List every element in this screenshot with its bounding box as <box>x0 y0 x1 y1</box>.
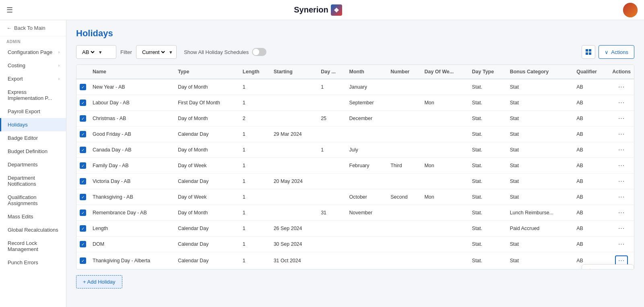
row-checkbox[interactable]: ✓ <box>80 84 86 90</box>
avatar[interactable] <box>623 3 638 17</box>
sidebar-item-department-notifications[interactable]: Department Notifications <box>0 171 66 191</box>
row-checkbox[interactable]: ✓ <box>80 225 86 232</box>
cell-type: Day of Month <box>175 142 239 158</box>
row-actions-button[interactable]: ··· <box>616 208 627 217</box>
row-checkbox[interactable]: ✓ <box>80 100 86 106</box>
table-row: ✓Thankgiving Day - AlbertaCalendar Day13… <box>76 252 634 270</box>
sidebar-item-qualification-assignments[interactable]: Qualification Assignments <box>0 191 66 210</box>
sidebar-item-record-lock-management[interactable]: Record Lock Management <box>0 236 66 256</box>
holidays-table-container: Name Type Length Starting Day ... Month … <box>76 64 634 270</box>
cell-month <box>346 127 388 142</box>
cell-name: Thankgiving Day - Alberta <box>89 252 175 270</box>
cell-name: Thanksgiving - AB <box>89 189 175 205</box>
cell-dayofweek <box>421 205 469 221</box>
cell-name: Christmas - AB <box>89 111 175 127</box>
row-checkbox[interactable]: ✓ <box>80 257 86 264</box>
row-checkbox[interactable]: ✓ <box>80 162 86 169</box>
row-actions-button[interactable]: ··· <box>616 130 627 139</box>
location-dropdown[interactable]: AB ▾ <box>76 45 116 59</box>
sidebar-item-budget-definition[interactable]: Budget Definition <box>0 145 66 158</box>
row-actions-button[interactable]: ··· <box>616 161 627 170</box>
row-checkbox[interactable]: ✓ <box>80 115 86 122</box>
row-checkbox[interactable]: ✓ <box>80 210 86 216</box>
cell-starting <box>270 95 318 111</box>
row-checkbox[interactable]: ✓ <box>80 194 86 200</box>
sidebar-item-label: Export <box>8 76 23 82</box>
row-actions-button[interactable]: ··· <box>616 193 627 201</box>
col-month: Month <box>346 65 388 79</box>
filter-select[interactable]: Current All Past Future <box>140 49 166 56</box>
add-holiday-button[interactable]: + Add Holiday <box>76 275 122 288</box>
col-starting: Starting <box>270 65 318 79</box>
sidebar-item-configuration-page[interactable]: Configuration Page› <box>0 46 66 59</box>
table-row: ✓DOMCalendar Day130 Sep 2024Stat.StatAB·… <box>76 236 634 252</box>
filter-dropdown[interactable]: Current All Past Future ▾ <box>136 45 177 59</box>
cell-qualifier: AB <box>573 142 609 158</box>
show-all-toggle[interactable] <box>252 48 266 56</box>
row-actions-button[interactable]: ··· <box>616 83 627 91</box>
row-actions-button[interactable]: ··· <box>616 240 627 249</box>
cell-type: Calendar Day <box>175 174 239 189</box>
table-row: ✓Victoria Day - ABCalendar Day120 May 20… <box>76 174 634 189</box>
cell-length: 1 <box>239 236 270 252</box>
hamburger-icon[interactable]: ☰ <box>6 6 13 15</box>
table-row: ✓Thanksgiving - ABDay of Week1OctoberSec… <box>76 189 634 205</box>
cell-day <box>318 221 346 236</box>
row-actions-button[interactable]: ··· <box>616 145 627 154</box>
cell-qualifier: AB <box>573 205 609 221</box>
sidebar-item-punch-errors[interactable]: Punch Errors <box>0 256 66 269</box>
row-actions-button[interactable]: ··· <box>616 177 627 186</box>
cell-qualifier: AB <box>573 95 609 111</box>
cell-day: 1 <box>318 142 346 158</box>
sidebar-item-global-recalculations[interactable]: Global Recalculations <box>0 223 66 236</box>
svg-rect-2 <box>589 49 591 52</box>
cell-day: 31 <box>318 205 346 221</box>
cell-type: Calendar Day <box>175 127 239 142</box>
col-name: Name <box>89 65 175 79</box>
sidebar-item-badge-editor[interactable]: Badge Editor <box>0 131 66 145</box>
checkmark-icon: ✓ <box>81 164 85 168</box>
sidebar-item-label: Mass Edits <box>8 214 33 220</box>
sidebar-item-departments[interactable]: Departments <box>0 158 66 171</box>
row-checkbox[interactable]: ✓ <box>80 178 86 185</box>
logo: Synerion <box>294 4 342 16</box>
col-length: Length <box>239 65 270 79</box>
row-checkbox[interactable]: ✓ <box>80 131 86 137</box>
cell-type: Calendar Day <box>175 252 239 270</box>
col-bonus: Bonus Category <box>507 65 574 79</box>
cell-dayofweek: Mon <box>421 158 469 174</box>
cell-actions: ··· <box>609 158 634 174</box>
cell-day <box>318 95 346 111</box>
top-nav: ☰ Synerion <box>0 0 644 20</box>
back-arrow-icon: ← <box>6 25 12 31</box>
cell-number <box>387 79 421 95</box>
sidebar-item-costing[interactable]: Costing› <box>0 59 66 72</box>
actions-button[interactable]: ∨ Actions <box>599 45 634 59</box>
cell-month: January <box>346 79 388 95</box>
row-checkbox[interactable]: ✓ <box>80 241 86 247</box>
row-checkbox[interactable]: ✓ <box>80 147 86 153</box>
cell-type: Day of Month <box>175 79 239 95</box>
svg-marker-0 <box>334 8 339 12</box>
location-select[interactable]: AB <box>80 49 96 56</box>
sidebar-item-express-implementation[interactable]: Express Implementation P... <box>0 85 66 105</box>
sidebar-item-mass-edits[interactable]: Mass Edits <box>0 210 66 223</box>
back-to-main[interactable]: ← Back To Main <box>0 20 66 36</box>
cell-qualifier: AB <box>573 127 609 142</box>
grid-view-button[interactable] <box>582 45 595 59</box>
cell-qualifier: AB <box>573 111 609 127</box>
row-actions-button[interactable]: ··· <box>616 224 627 233</box>
row-actions-button[interactable]: ··· <box>616 114 627 123</box>
sidebar-item-export[interactable]: Export› <box>0 72 66 85</box>
cell-bonus_category: Stat <box>507 158 574 174</box>
sidebar-item-holidays[interactable]: Holidays <box>0 118 66 131</box>
checkmark-icon: ✓ <box>81 195 85 199</box>
layout: ← Back To Main ADMIN Configuration Page›… <box>0 20 644 307</box>
sidebar-item-payroll-export[interactable]: Payroll Export <box>0 105 66 118</box>
row-actions-button[interactable]: ··· <box>616 98 627 107</box>
cell-name: DOM <box>89 236 175 252</box>
cell-dayofweek <box>421 142 469 158</box>
cell-length: 1 <box>239 95 270 111</box>
table-row: ✓Christmas - ABDay of Month225DecemberSt… <box>76 111 634 127</box>
context-menu-item-edit[interactable]: ✏️Edit <box>582 265 634 270</box>
